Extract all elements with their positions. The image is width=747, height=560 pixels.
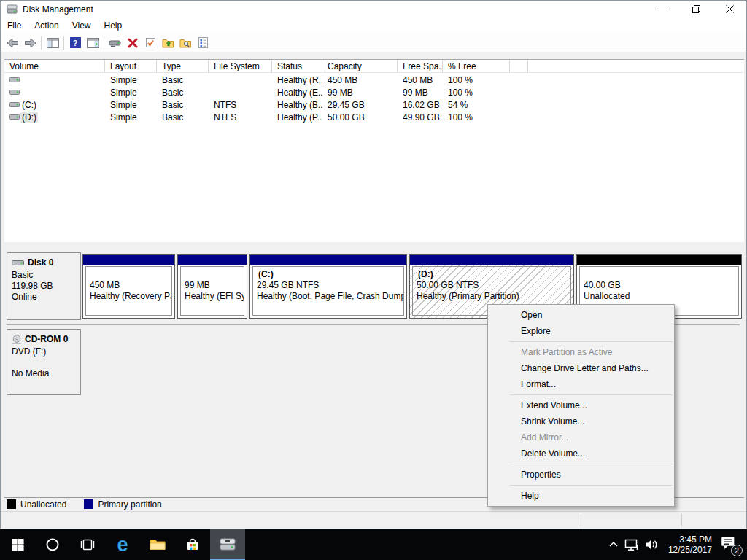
menu-file[interactable]: File: [1, 18, 28, 33]
cdrom-name: CD-ROM 0: [25, 334, 68, 344]
forward-icon[interactable]: [21, 35, 39, 51]
windows-logo-icon: [12, 539, 24, 551]
volume-icon: [9, 89, 20, 96]
restore-button[interactable]: [679, 1, 713, 18]
disk-icon: [12, 260, 25, 266]
column-header-pct-free[interactable]: % Free: [443, 60, 510, 72]
cdrom-media: No Media: [12, 368, 80, 379]
start-button[interactable]: [0, 529, 35, 560]
selected-volume-label: (D:): [20, 112, 38, 122]
status-bar-divider: [681, 514, 682, 526]
context-menu-separator: [510, 341, 673, 342]
back-icon[interactable]: [4, 35, 21, 51]
explore-icon[interactable]: [177, 35, 194, 51]
volume-list-header: Volume Layout Type File System Status Ca…: [4, 60, 744, 73]
disk0-size: 119.98 GB: [12, 281, 80, 292]
file-explorer-icon: [150, 538, 166, 551]
system-tray: 3:45 PM 12/25/2017 2: [608, 529, 747, 560]
action-center-button[interactable]: 2: [721, 535, 740, 554]
properties-icon[interactable]: [194, 35, 212, 51]
context-menu-help[interactable]: Help: [488, 488, 674, 504]
column-header-capacity[interactable]: Capacity: [322, 60, 398, 72]
column-header-empty: [510, 60, 528, 72]
cortana-button[interactable]: [35, 529, 70, 560]
disk-tool-icon[interactable]: [107, 35, 124, 51]
edge-button[interactable]: e: [105, 529, 140, 560]
edge-icon: e: [117, 535, 128, 555]
minimize-button[interactable]: [646, 1, 679, 18]
unallocated-band: [577, 255, 741, 265]
delete-volume-icon[interactable]: [124, 35, 142, 51]
menu-action[interactable]: Action: [28, 18, 65, 33]
context-menu-shrink-volume[interactable]: Shrink Volume...: [488, 413, 674, 429]
disk-management-app-icon: [7, 4, 18, 15]
column-header-status[interactable]: Status: [272, 60, 322, 72]
volume-row-efi[interactable]: Simple Basic Healthy (E... 99 MB 99 MB 1…: [4, 86, 744, 98]
primary-partition-band: [410, 255, 573, 265]
partition-recovery[interactable]: 450 MB Healthy (Recovery Par: [82, 254, 175, 319]
open-icon[interactable]: [159, 35, 177, 51]
toolbar: ?: [1, 34, 746, 52]
file-explorer-button[interactable]: [140, 529, 175, 560]
cdrom-drive: DVD (F:): [12, 346, 80, 357]
volume-speaker-icon[interactable]: [645, 539, 659, 551]
column-header-volume[interactable]: Volume: [4, 60, 105, 72]
context-menu-change-drive-letter[interactable]: Change Drive Letter and Paths...: [488, 360, 674, 376]
status-bar: [1, 511, 746, 529]
column-header-free-space[interactable]: Free Spa...: [398, 60, 443, 72]
context-menu-extend-volume[interactable]: Extend Volume...: [488, 397, 674, 413]
column-header-layout[interactable]: Layout: [105, 60, 157, 72]
column-header-file-system[interactable]: File System: [209, 60, 272, 72]
clock-date: 12/25/2017: [668, 545, 712, 555]
primary-partition-legend-label: Primary partition: [98, 499, 161, 510]
clock-time: 3:45 PM: [668, 534, 712, 545]
cortana-icon: [45, 537, 60, 552]
store-button[interactable]: [175, 529, 210, 560]
show-action-pane-icon[interactable]: [84, 35, 101, 51]
disk0-info-panel[interactable]: Disk 0 Basic 119.98 GB Online: [7, 252, 81, 320]
disk0-name: Disk 0: [28, 257, 53, 268]
network-icon[interactable]: [624, 539, 639, 551]
context-menu-format[interactable]: Format...: [488, 376, 674, 392]
context-menu-properties[interactable]: Properties: [488, 467, 674, 483]
unallocated-legend-swatch: [7, 499, 16, 509]
titlebar: Disk Management: [1, 1, 746, 18]
primary-partition-band: [178, 255, 247, 265]
menubar: File Action View Help: [1, 18, 746, 34]
mark-active-icon[interactable]: [142, 35, 159, 51]
menu-view[interactable]: View: [66, 18, 98, 33]
taskbar-clock[interactable]: 3:45 PM 12/25/2017: [665, 534, 715, 555]
cdrom-info-panel[interactable]: CD-ROM 0 DVD (F:) No Media: [7, 329, 81, 395]
unallocated-legend-label: Unallocated: [20, 499, 66, 510]
partition-c[interactable]: (C:) 29.45 GB NTFS Healthy (Boot, Page F…: [249, 254, 407, 319]
context-menu-separator: [510, 485, 673, 486]
column-header-type[interactable]: Type: [157, 60, 209, 72]
taskbar: e 3:45 PM 12/25/2017 2: [0, 529, 747, 560]
close-button[interactable]: [713, 1, 746, 18]
volume-row-d[interactable]: (D:) Simple Basic NTFS Healthy (P... 50.…: [4, 111, 744, 123]
disk0-status: Online: [12, 292, 80, 303]
volume-row-recovery[interactable]: Simple Basic Healthy (R... 450 MB 450 MB…: [4, 74, 744, 86]
task-view-button[interactable]: [70, 529, 105, 560]
partition-efi[interactable]: 99 MB Healthy (EFI Syst: [177, 254, 247, 319]
help-icon[interactable]: ?: [66, 35, 84, 51]
primary-partition-legend-swatch: [84, 499, 93, 509]
volume-row-c[interactable]: (C:) Simple Basic NTFS Healthy (B... 29.…: [4, 98, 744, 111]
context-menu-delete-volume[interactable]: Delete Volume...: [488, 446, 674, 462]
disk-management-taskbar-button[interactable]: [210, 529, 245, 560]
volume-list: Volume Layout Type File System Status Ca…: [4, 59, 744, 242]
primary-partition-band: [250, 255, 406, 265]
context-menu-explore[interactable]: Explore: [488, 323, 674, 339]
partition-context-menu: Open Explore Mark Partition as Active Ch…: [487, 304, 675, 507]
disk0-type: Basic: [12, 270, 80, 281]
chevron-up-icon[interactable]: [608, 540, 619, 549]
window-title: Disk Management: [23, 4, 93, 15]
context-menu-open[interactable]: Open: [488, 307, 674, 323]
menu-help[interactable]: Help: [98, 18, 129, 33]
store-icon: [185, 537, 200, 552]
show-console-tree-icon[interactable]: [44, 35, 61, 51]
notification-badge: 2: [731, 545, 743, 556]
context-menu-separator: [510, 464, 673, 464]
cdrom-icon: [12, 335, 22, 344]
toolbar-separator: [63, 36, 64, 50]
